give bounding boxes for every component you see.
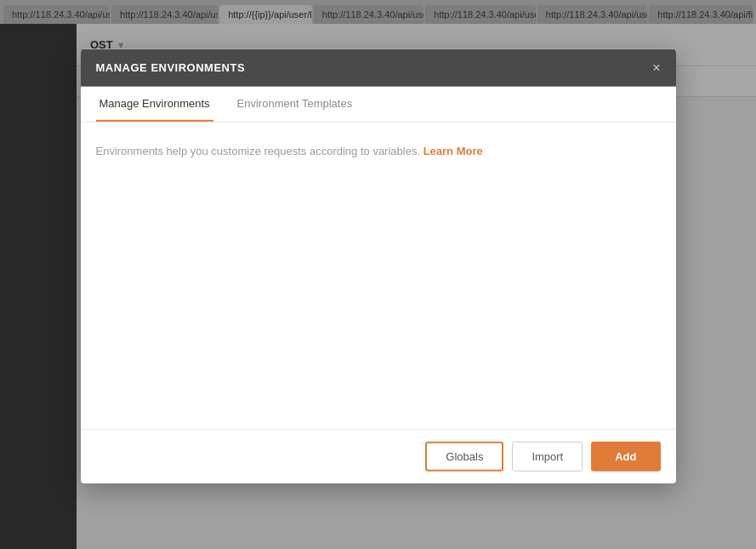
modal-header: MANAGE ENVIRONMENTS ×: [81, 49, 676, 86]
modal-footer: Globals Import Add: [81, 428, 676, 483]
manage-environments-modal: MANAGE ENVIRONMENTS × Manage Environment…: [81, 49, 676, 483]
add-button[interactable]: Add: [591, 441, 660, 471]
import-button[interactable]: Import: [512, 441, 583, 471]
modal-close-button[interactable]: ×: [652, 60, 660, 74]
tab-manage-environments[interactable]: Manage Environments: [96, 86, 213, 121]
modal-title: MANAGE ENVIRONMENTS: [96, 61, 246, 74]
modal-description: Environments help you customize requests…: [96, 144, 483, 157]
globals-button[interactable]: Globals: [425, 441, 503, 471]
learn-more-link[interactable]: Learn More: [423, 144, 483, 157]
modal-body: Environments help you customize requests…: [81, 122, 676, 428]
tab-environment-templates[interactable]: Environment Templates: [234, 86, 356, 121]
modal-tab-bar: Manage Environments Environment Template…: [81, 86, 676, 122]
